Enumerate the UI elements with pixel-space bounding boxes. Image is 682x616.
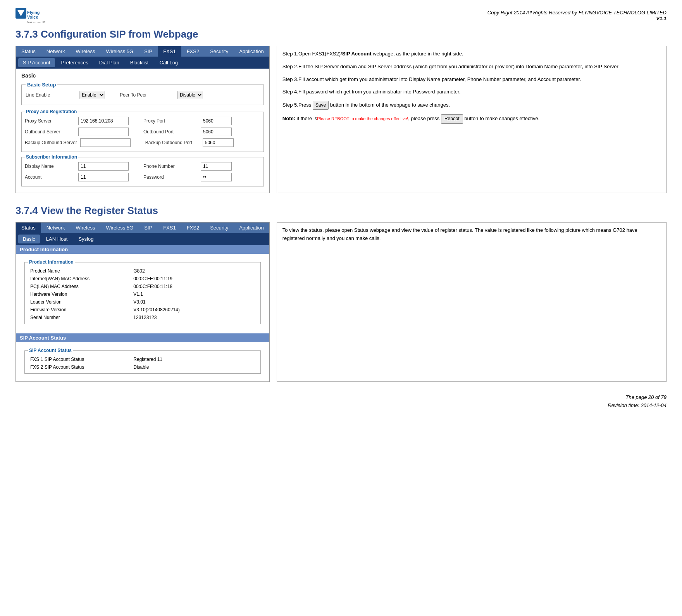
proxy-server-label: Proxy Server xyxy=(25,118,75,124)
nav-application[interactable]: Application xyxy=(234,46,269,57)
display-name-label: Display Name xyxy=(25,164,75,169)
section1-layout: Status Network Wireless Wireless 5G SIP … xyxy=(16,46,666,193)
lan-mac-value: 00:0C:FE:00:11:18 xyxy=(131,283,257,290)
section2-navbar: Status Network Wireless Wireless 5G SIP … xyxy=(16,223,269,233)
fxs2-label: FXS 2 SIP Account Status xyxy=(28,363,131,371)
nav-wireless5g[interactable]: Wireless 5G xyxy=(100,46,139,57)
backup-outbound-port-label: Backup Outbound Port xyxy=(145,140,200,145)
table-row: Firmware Version V3.10(201408260214) xyxy=(28,306,257,314)
fxs2-value: Disable xyxy=(131,363,257,371)
nav2-sip[interactable]: SIP xyxy=(139,223,158,233)
save-inline-btn: Save xyxy=(313,101,329,110)
desc-step1: Step 1.Open FXS1(FXS2)/SIP Account webpa… xyxy=(282,50,661,58)
subnav-preferences[interactable]: Preferences xyxy=(57,58,93,67)
basic-setup-legend: Basic Setup xyxy=(26,82,57,88)
section2-subnav: Basic LAN Host Syslog xyxy=(16,233,269,245)
nav-security[interactable]: Security xyxy=(205,46,234,57)
nav-sip[interactable]: SIP xyxy=(139,46,158,57)
backup-outbound-input[interactable] xyxy=(80,138,131,147)
basic-header: Basic xyxy=(21,72,264,79)
footer-line1: The page 20 of 79 xyxy=(16,393,666,402)
proxy-server-input[interactable] xyxy=(78,117,129,125)
nav-fxs2[interactable]: FXS2 xyxy=(181,46,205,57)
flyingvoice-logo: Flying Voice Voice over IP xyxy=(16,8,50,28)
step5-suffix: button in the bottom of the webpage to s… xyxy=(329,102,450,108)
phone-number-label: Phone Number xyxy=(143,164,198,169)
nav2-status[interactable]: Status xyxy=(16,223,41,233)
display-name-row: Display Name Phone Number xyxy=(25,162,260,171)
subnav-sip-account[interactable]: SIP Account xyxy=(18,58,55,67)
table-row: Product Name G802 xyxy=(28,267,257,275)
nav2-fxs1[interactable]: FXS1 xyxy=(158,223,181,233)
subnav-call-log[interactable]: Call Log xyxy=(155,58,183,67)
line-enable-select[interactable]: Enable Disable xyxy=(79,91,105,99)
step5-prefix: Step 5.Press xyxy=(282,102,313,108)
table-row: Serial Number 123123123 xyxy=(28,314,257,321)
nav-status[interactable]: Status xyxy=(16,46,41,57)
nav2-application[interactable]: Application xyxy=(234,223,269,233)
reboot-btn: Reboot xyxy=(441,114,463,123)
phone-number-input[interactable] xyxy=(201,162,232,171)
peer-to-peer-label: Peer To Peer xyxy=(120,92,174,98)
nav2-fxs2[interactable]: FXS2 xyxy=(181,223,205,233)
subnav-blacklist[interactable]: Blacklist xyxy=(126,58,153,67)
wan-mac-value: 00:0C:FE:00:11:19 xyxy=(131,275,257,283)
outbound-server-input[interactable] xyxy=(78,128,129,136)
table-row: PC(LAN) MAC Address 00:0C:FE:00:11:18 xyxy=(28,283,257,290)
note-middle: , please press xyxy=(408,116,441,121)
section2-title: 3.7.4 View the Register Status xyxy=(16,205,666,217)
line-enable-row: Line Enable Enable Disable Peer To Peer … xyxy=(26,91,260,99)
nav2-wireless[interactable]: Wireless xyxy=(71,223,101,233)
firmware-label: Firmware Version xyxy=(28,306,131,314)
proxy-legend: Proxy and Registration xyxy=(25,109,78,114)
svg-text:Voice: Voice xyxy=(27,15,38,19)
section2-layout: Status Network Wireless Wireless 5G SIP … xyxy=(16,222,666,382)
table-row: Loader Version V3.01 xyxy=(28,298,257,306)
peer-to-peer-select[interactable]: Disable Enable xyxy=(177,91,203,99)
account-input[interactable] xyxy=(78,173,129,181)
nav-fxs1[interactable]: FXS1 xyxy=(158,46,181,57)
nav-wireless[interactable]: Wireless xyxy=(71,46,101,57)
subnav2-lan-host[interactable]: LAN Host xyxy=(41,235,72,243)
account-label: Account xyxy=(25,174,75,180)
logo-area: Flying Voice Voice over IP xyxy=(16,8,50,29)
table-row: FXS 2 SIP Account Status Disable xyxy=(28,363,257,371)
backup-outbound-port-input[interactable] xyxy=(203,138,234,147)
fxs1-label: FXS 1 SIP Account Status xyxy=(28,355,131,363)
desc-note: Note: if there isPlease REBOOT to make t… xyxy=(282,114,661,123)
serial-label: Serial Number xyxy=(28,314,131,321)
note-label: Note: xyxy=(282,116,295,121)
outbound-server-row: Outbound Server Outbound Port xyxy=(25,128,260,136)
password-input[interactable] xyxy=(201,173,232,181)
desc-step3: Step 3.Fill account which get from you a… xyxy=(282,76,661,84)
display-name-input[interactable] xyxy=(78,162,129,171)
product-info-table: Product Name G802 Internet(WAN) MAC Addr… xyxy=(28,267,257,321)
subnav2-basic[interactable]: Basic xyxy=(18,235,40,243)
sip-status-fieldset: SIP Account Status FXS 1 SIP Account Sta… xyxy=(24,348,261,374)
nav2-wireless5g[interactable]: Wireless 5G xyxy=(100,223,139,233)
proxy-port-input[interactable] xyxy=(201,117,232,125)
subscriber-fieldset: Subscriber Information Display Name Phon… xyxy=(21,154,264,186)
line-enable-label: Line Enable xyxy=(26,92,76,98)
sip-status-table: FXS 1 SIP Account Status Registered 11 F… xyxy=(28,355,257,371)
subnav-dial-plan[interactable]: Dial Plan xyxy=(95,58,124,67)
section1-description: Step 1.Open FXS1(FXS2)/SIP Account webpa… xyxy=(277,46,666,193)
copyright-line1: Copy Right 2014 All Rights Reserved by F… xyxy=(16,10,666,16)
svg-text:Voice over IP: Voice over IP xyxy=(27,21,45,24)
hw-ver-value: V1.1 xyxy=(131,290,257,298)
copyright-line2: V1.1 xyxy=(16,16,666,21)
subnav2-syslog[interactable]: Syslog xyxy=(74,235,98,243)
basic-setup-fieldset: Basic Setup Line Enable Enable Disable P… xyxy=(21,82,264,105)
product-name-label: Product Name xyxy=(28,267,131,275)
outbound-port-input[interactable] xyxy=(201,128,232,136)
outbound-port-label: Outbound Port xyxy=(143,129,198,135)
section2-desc-text: To view the status, please open Status w… xyxy=(282,226,661,243)
table-row: FXS 1 SIP Account Status Registered 11 xyxy=(28,355,257,363)
desc-step5: Step 5.Press Save button in the bottom o… xyxy=(282,101,661,110)
nav2-network[interactable]: Network xyxy=(41,223,71,233)
nav2-security[interactable]: Security xyxy=(205,223,234,233)
proxy-server-row: Proxy Server Proxy Port xyxy=(25,117,260,125)
nav-network[interactable]: Network xyxy=(41,46,71,57)
table-row: Internet(WAN) MAC Address 00:0C:FE:00:11… xyxy=(28,275,257,283)
product-info-header: Product Information xyxy=(16,245,269,254)
